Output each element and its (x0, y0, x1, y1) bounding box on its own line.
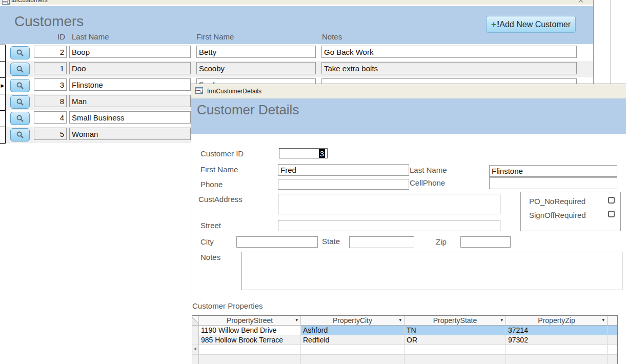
propertystate-cell[interactable]: OR (405, 335, 506, 345)
propertystreet-cell-empty[interactable] (199, 345, 301, 355)
last-name-field[interactable]: Boop (69, 46, 191, 58)
add-new-customer-label: Add New Customer (499, 20, 571, 29)
propertystreet-cell[interactable]: 1190 Willow Bend Drive (199, 326, 301, 335)
column-header-propertystreet[interactable]: PropertyStreet▾ (199, 316, 301, 326)
column-header-propertycity[interactable]: PropertyCity▾ (301, 316, 405, 326)
record-selector[interactable] (0, 94, 6, 111)
background-window-title: tblCustomers (11, 0, 48, 4)
first-name-input[interactable]: Fred (278, 164, 409, 176)
po-norequired-row: PO_NoRequired (521, 196, 620, 206)
customer-properties-label: Customer Properties (192, 301, 263, 310)
customer-details-window: frmCustomerDetails Customer Details Cust… (191, 84, 626, 364)
customer-properties-datasheet: PropertyStreet▾ PropertyCity▾ PropertySt… (192, 315, 618, 364)
record-selector[interactable] (0, 61, 6, 78)
datasheet-new-record-row: * (192, 345, 617, 355)
po-norequired-checkbox[interactable] (608, 197, 615, 204)
id-field[interactable]: 5 (34, 128, 67, 140)
propertyzip-cell[interactable]: 97302 (506, 335, 608, 345)
new-record-icon: * (194, 346, 197, 354)
id-field[interactable]: 4 (34, 111, 67, 124)
propertycity-cell[interactable]: Redfield (301, 335, 405, 345)
first-name-field[interactable]: Betty (196, 46, 316, 58)
column-header-extra (608, 316, 617, 326)
propertystreet-cell[interactable]: 985 Hollow Brook Terrace (199, 335, 301, 345)
id-field[interactable]: 8 (34, 95, 67, 107)
propertyzip-cell-empty[interactable] (506, 355, 608, 364)
last-name-field[interactable]: Doo (69, 62, 191, 74)
dropdown-icon[interactable]: ▾ (500, 317, 503, 322)
extra-cell (608, 326, 617, 335)
search-icon (16, 114, 24, 123)
datasheet-select-all-corner[interactable] (192, 316, 199, 326)
propertystreet-cell-empty[interactable] (199, 355, 301, 364)
record-selector[interactable] (0, 110, 6, 127)
propertyzip-cell-empty[interactable] (506, 345, 608, 355)
notes-field[interactable]: Go Back Work (321, 46, 577, 58)
column-header-propertyzip[interactable]: PropertyZip▾ (506, 316, 608, 326)
street-label: Street (200, 221, 221, 230)
first-name-field[interactable]: Scooby (196, 62, 316, 74)
id-field[interactable]: 2 (34, 46, 67, 58)
search-button[interactable] (10, 128, 30, 141)
record-selector[interactable] (0, 127, 6, 144)
signoff-required-checkbox[interactable] (608, 211, 615, 217)
column-header-last-name: Last Name (72, 32, 109, 41)
last-name-input[interactable]: Flinstone (489, 165, 617, 177)
dropdown-icon[interactable]: ▾ (399, 317, 401, 322)
last-name-field[interactable]: Man (69, 95, 191, 107)
propertycity-cell-empty[interactable] (301, 355, 405, 364)
form-icon (195, 87, 203, 96)
custaddress-textarea[interactable] (278, 194, 500, 214)
datasheet-record-selector[interactable] (192, 335, 199, 345)
search-icon (16, 82, 24, 90)
search-button[interactable] (10, 63, 30, 76)
record-selector[interactable] (0, 45, 6, 62)
id-field[interactable]: 3 (34, 78, 67, 91)
plus-icon: + (491, 19, 496, 30)
last-name-field[interactable]: Woman (69, 128, 191, 140)
record-selector-current[interactable]: ▶ (0, 77, 6, 94)
state-input[interactable] (349, 236, 414, 248)
zip-input[interactable] (460, 236, 511, 248)
dialog-titlebar[interactable]: frmCustomerDetails (191, 84, 626, 98)
id-field[interactable]: 1 (34, 62, 67, 74)
propertyzip-cell[interactable]: 37214 (506, 326, 608, 335)
options-groupbox: PO_NoRequired SignOffRequired (520, 192, 621, 231)
dropdown-icon[interactable]: ▾ (295, 317, 298, 322)
propertystate-cell[interactable]: TN (405, 326, 506, 335)
cellphone-input[interactable] (489, 177, 617, 189)
customer-id-input[interactable]: 3 (279, 148, 328, 158)
dropdown-icon[interactable]: ▾ (602, 317, 604, 322)
propertystate-cell-empty[interactable] (405, 355, 506, 364)
last-name-field[interactable]: Small Business (69, 111, 191, 124)
propertycity-cell[interactable]: Ashford (301, 326, 405, 335)
column-header-first-name: First Name (196, 32, 234, 41)
add-new-customer-button[interactable]: +!Add New Customer (486, 16, 576, 33)
po-norequired-label: PO_NoRequired (529, 197, 585, 206)
datasheet-record-selector[interactable] (192, 355, 199, 364)
phone-input[interactable] (278, 179, 409, 190)
form-icon (2, 0, 10, 5)
customers-form-header: Customers +!Add New Customer ID Last Nam… (0, 6, 593, 44)
search-button[interactable] (10, 112, 30, 125)
datasheet-record-selector[interactable] (192, 326, 199, 335)
notes-textarea[interactable] (241, 252, 622, 290)
column-header-id: ID (34, 32, 65, 41)
search-button[interactable] (10, 95, 30, 109)
new-record-selector[interactable]: * (192, 345, 199, 355)
page-title: Customers (14, 13, 84, 30)
city-input[interactable] (236, 236, 318, 248)
propertycity-cell-empty[interactable] (301, 345, 405, 355)
column-header-propertystate[interactable]: PropertyState▾ (405, 316, 506, 326)
street-input[interactable] (278, 220, 500, 231)
notes-field[interactable]: Take extra bolts (321, 62, 577, 74)
table-row: 1 Doo Scooby Take extra bolts (0, 61, 593, 77)
search-button[interactable] (10, 79, 30, 92)
propertystate-cell-empty[interactable] (405, 345, 506, 355)
close-icon[interactable]: ✕ (577, 0, 584, 5)
last-name-field[interactable]: Flinstone (69, 78, 191, 91)
dialog-heading: Customer Details (197, 102, 299, 118)
search-button[interactable] (10, 46, 30, 59)
background-window-titlebar: tblCustomers ✕ (0, 0, 593, 5)
signoff-required-label: SignOffRequired (529, 211, 586, 219)
